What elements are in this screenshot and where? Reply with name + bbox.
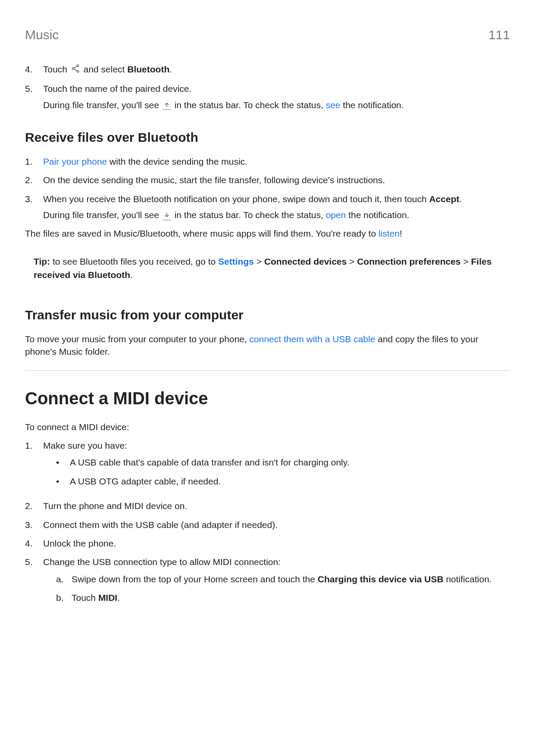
charging-notif-label: Charging this device via USB [318,574,444,584]
bluetooth-label: Bluetooth [127,64,169,74]
text: The files are saved in Music/Bluetooth, … [25,228,379,238]
text: > [461,256,471,266]
list-content: Touch the name of the paired device. Dur… [43,82,510,111]
connection-preferences-label: Connection preferences [357,256,460,266]
text: Touch [72,593,98,603]
text: and select [81,64,127,74]
connected-devices-label: Connected devices [264,256,347,266]
list-item-3: 3. When you receive the Bluetooth notifi… [25,193,510,222]
list-content: Connect them with the USB cable (and ada… [43,519,510,531]
list-content: When you receive the Bluetooth notificat… [43,193,510,222]
text: Make sure you have: [43,439,510,452]
text: A USB OTG adapter cable, if needed. [70,475,221,487]
text: the notification. [346,210,409,220]
saved-paragraph: The files are saved in Music/Bluetooth, … [25,227,510,240]
list-item-1: 1. Pair your phone with the device sendi… [25,155,510,168]
list-item-5: 5. Touch the name of the paired device. … [25,82,510,111]
usb-cable-link[interactable]: connect them with a USB cable [250,334,375,344]
bullet-list: • A USB cable that's capable of data tra… [56,456,510,487]
heading-receive: Receive files over Bluetooth [25,128,510,147]
text: in the status bar. To check the status, [172,100,326,110]
share-icon [71,64,80,76]
text: When you receive the Bluetooth notificat… [43,194,429,204]
text: . [459,194,462,204]
header-section-title: Music [25,26,59,44]
accept-label: Accept [429,194,459,204]
list-marker: 3. [25,193,43,205]
see-link[interactable]: see [326,100,341,110]
list-item-5: 5. Change the USB connection type to all… [25,556,510,610]
ordered-list-continued: 4. Touch and select Bluetooth. 5. Touch … [25,63,510,111]
text: To move your music from your computer to… [25,334,250,344]
alpha-marker: b. [56,591,72,604]
list-item-3: 3. Connect them with the USB cable (and … [25,519,510,531]
list-marker: 2. [25,500,43,512]
list-marker: 1. [25,439,43,452]
list-content: Turn the phone and MIDI device on. [43,500,510,512]
pair-phone-link[interactable]: Pair your phone [43,156,107,166]
list-marker: 2. [25,174,43,186]
list-marker: 3. [25,519,43,531]
page-content: Music 111 4. Touch and select Bluetooth.… [0,0,535,642]
list-content: Touch and select Bluetooth. [43,63,510,76]
text: > [347,256,357,266]
list-marker: 4. [25,63,43,75]
text: with the device sending the music. [107,156,247,166]
open-link[interactable]: open [326,210,346,220]
text: Touch the name of the paired device. [43,82,510,95]
sub-paragraph: During file transfer, you'll see in the … [43,209,510,221]
alpha-item-a: a. Swipe down from the top of your Home … [56,573,510,585]
list-marker: 4. [25,537,43,550]
text: the notification. [341,100,404,110]
transfer-paragraph: To move your music from your computer to… [25,333,510,358]
text: . [169,64,172,74]
ordered-list-midi: 1. Make sure you have: • A USB cable tha… [25,439,510,610]
midi-intro: To connect a MIDI device: [25,421,510,433]
bullet-item: • A USB cable that's capable of data tra… [56,456,510,469]
bullet-item: • A USB OTG adapter cable, if needed. [56,475,510,487]
list-content: Change the USB connection type to allow … [43,556,510,610]
upload-arrow-icon [163,101,171,110]
bullet-dot: • [56,475,70,487]
svg-line-4 [74,69,77,71]
heading-midi: Connect a MIDI device [25,386,510,410]
bullet-dot: • [56,456,70,469]
text: Touch [43,64,70,74]
list-marker: 5. [25,556,43,568]
sub-paragraph: During file transfer, you'll see in the … [43,99,510,111]
tip-callout: Tip: to see Bluetooth files you received… [25,248,510,289]
midi-label: MIDI [98,593,117,603]
text: . [130,270,133,280]
list-item-2: 2. On the device sending the music, star… [25,174,510,186]
svg-line-3 [74,66,77,68]
listen-link[interactable]: listen [379,228,400,238]
list-content: Pair your phone with the device sending … [43,155,510,168]
list-item-4: 4. Touch and select Bluetooth. [25,63,510,76]
text: During file transfer, you'll see [43,100,162,110]
text: Swipe down from the top of your Home scr… [72,574,318,584]
page-header: Music 111 [25,26,510,44]
heading-transfer: Transfer music from your computer [25,306,510,324]
text: notification. [444,574,492,584]
download-arrow-icon [163,211,171,220]
list-item-4: 4. Unlock the phone. [25,537,510,550]
header-page-number: 111 [488,26,510,44]
text: Change the USB connection type to allow … [43,556,510,568]
alpha-content: Swipe down from the top of your Home scr… [72,573,492,585]
alpha-content: Touch MIDI. [72,591,120,604]
alpha-marker: a. [56,573,72,585]
text: . [117,593,120,603]
settings-link[interactable]: Settings [218,256,254,266]
tip-label: Tip: [34,256,50,266]
list-content: Unlock the phone. [43,537,510,550]
text: ! [400,228,402,238]
text: During file transfer, you'll see [43,210,162,220]
list-marker: 5. [25,82,43,95]
list-item-2: 2. Turn the phone and MIDI device on. [25,500,510,512]
list-item-1: 1. Make sure you have: • A USB cable tha… [25,439,510,494]
text-block: When you receive the Bluetooth notificat… [43,193,510,205]
section-divider [25,370,510,371]
text: > [254,256,264,266]
text: A USB cable that's capable of data trans… [70,456,350,469]
list-content: Make sure you have: • A USB cable that's… [43,439,510,494]
